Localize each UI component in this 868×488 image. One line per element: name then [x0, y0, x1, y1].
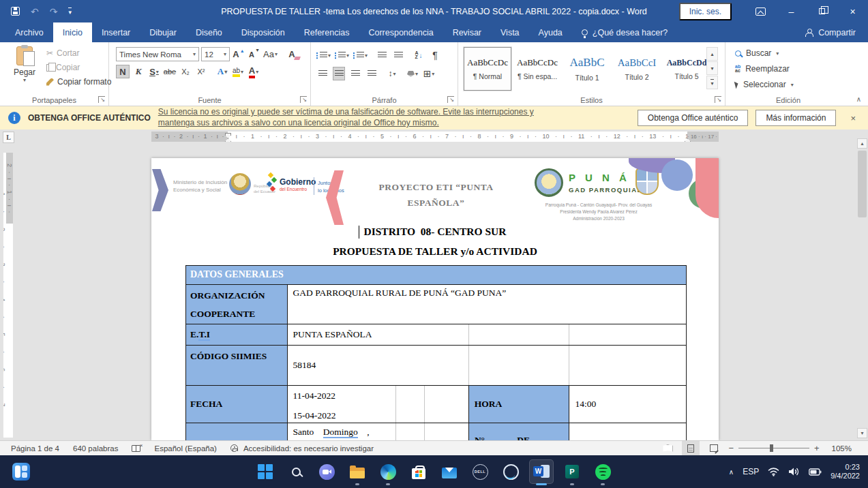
empty-cell[interactable]	[424, 423, 468, 440]
empty-cell[interactable]	[468, 346, 569, 385]
codigo-label-cell[interactable]: CÓDIGO SIIMIES	[186, 346, 287, 385]
paste-dropdown-icon[interactable]: ▾	[7, 77, 42, 83]
partial-label-cell[interactable]: N° DE	[468, 423, 569, 440]
change-case-button[interactable]: Aa▾	[263, 48, 278, 61]
tab-archivo[interactable]: Archivo	[5, 22, 53, 42]
shrink-font-button[interactable]: A▲	[248, 48, 261, 61]
underline-button[interactable]: S▾	[147, 65, 161, 78]
tab-referencias[interactable]: Referencias	[295, 22, 359, 42]
fecha-label-cell[interactable]: FECHA	[186, 386, 287, 423]
fecha-value-cell[interactable]: 11-04-2022 15-04-2022	[287, 386, 396, 423]
lugar-label-cell[interactable]	[186, 423, 287, 440]
clock[interactable]: 0:23 9/4/2022	[830, 463, 860, 481]
font-family-combo[interactable]: Times New Roma ▾	[116, 47, 199, 61]
style-normal[interactable]: AaBbCcDc ¶ Normal	[464, 47, 511, 91]
document-page[interactable]: Ministerio de Inclusión Económica y Soci…	[151, 158, 719, 440]
clipboard-dialog-launcher[interactable]: ↘	[98, 96, 105, 103]
org-label-cell[interactable]: ORGANIZACIÓN COOPERANTE	[186, 285, 287, 324]
copy-button[interactable]: Copiar	[46, 63, 111, 72]
tell-me-box[interactable]: ¿Qué desea hacer?	[582, 22, 668, 42]
edge-button[interactable]	[374, 457, 402, 487]
scroll-down-button[interactable]: ▾	[857, 428, 867, 438]
org-value-cell[interactable]: GAD PARROQUIAL RURAL DE PUNÁ “GAD PUNA”	[287, 285, 686, 324]
clear-formatting-button[interactable]: A	[285, 48, 299, 61]
italic-button[interactable]: K	[132, 65, 145, 78]
hora-value-cell[interactable]: 14:00	[569, 386, 686, 423]
web-layout-button[interactable]	[705, 441, 723, 455]
tab-correspondencia[interactable]: Correspondencia	[359, 22, 443, 42]
undo-icon[interactable]: ↶	[31, 7, 39, 16]
borders-button[interactable]: ⊞▾	[423, 67, 435, 80]
save-icon[interactable]	[11, 7, 20, 16]
align-center-button[interactable]	[333, 67, 345, 80]
volume-icon[interactable]	[788, 467, 800, 476]
subscript-button[interactable]: X₂	[179, 65, 192, 78]
tab-diseno[interactable]: Diseño	[186, 22, 232, 42]
tab-insertar[interactable]: Insertar	[92, 22, 140, 42]
styles-more-button[interactable]: ▾	[706, 76, 718, 89]
tab-vista[interactable]: Vista	[491, 22, 529, 42]
lugar-value-cell[interactable]: Santo Domingo ,	[287, 423, 396, 440]
grow-font-button[interactable]: A▲	[232, 48, 245, 61]
strikethrough-button[interactable]: abe	[163, 65, 177, 78]
multilevel-list-button[interactable]: ▾	[353, 48, 368, 62]
restore-button[interactable]	[807, 0, 837, 22]
style-no-spacing[interactable]: AaBbCcDc ¶ Sin espa...	[513, 47, 561, 91]
empty-cell[interactable]	[569, 346, 686, 385]
get-genuine-office-button[interactable]: Obtenga Office auténtico	[638, 110, 749, 126]
tab-disposicion[interactable]: Disposición	[232, 22, 295, 42]
tab-ayuda[interactable]: Ayuda	[529, 22, 572, 42]
publisher-button[interactable]: P	[558, 457, 586, 487]
find-button[interactable]: Buscar ▾	[735, 48, 779, 58]
alexa-button[interactable]	[497, 457, 524, 487]
tab-revisar[interactable]: Revisar	[443, 22, 491, 42]
styles-dialog-launcher[interactable]: ↘	[715, 96, 721, 103]
start-button[interactable]	[252, 457, 279, 487]
tab-dibujar[interactable]: Dibujar	[140, 22, 186, 42]
dell-app-button[interactable]: DELL	[466, 457, 494, 487]
zoom-in-button[interactable]: +	[814, 443, 820, 453]
tab-stop-selector[interactable]: L	[3, 132, 14, 143]
bold-button[interactable]: N	[116, 65, 130, 78]
document-heading-2[interactable]: PROPUESTA DE TALLER y/o ACTIVIDAD	[151, 245, 719, 258]
highlight-button[interactable]: ab▾	[231, 65, 245, 78]
justify-button[interactable]	[365, 67, 378, 80]
zoom-out-button[interactable]: −	[728, 443, 734, 453]
line-spacing-button[interactable]: ↕▾	[386, 67, 398, 80]
decrease-indent-button[interactable]	[376, 48, 388, 62]
accessibility-status[interactable]: Accesibilidad: es necesario investigar	[224, 444, 380, 453]
tab-inicio[interactable]: Inicio	[53, 22, 92, 42]
empty-cell[interactable]	[468, 324, 569, 345]
proofing-status[interactable]: ×	[125, 445, 147, 452]
numbering-button[interactable]: ▾	[335, 48, 349, 62]
tray-expand-icon[interactable]: ∧	[729, 468, 734, 476]
codigo-value-cell[interactable]: 58184	[287, 346, 468, 385]
banner-close-icon[interactable]: ×	[850, 113, 856, 123]
banner-message-link[interactable]: Su licencia no es original y puede ser v…	[158, 107, 539, 129]
share-button[interactable]: Compartir	[805, 22, 868, 42]
font-dialog-launcher[interactable]: ↘	[300, 96, 307, 103]
empty-cell[interactable]	[395, 423, 424, 440]
read-mode-button[interactable]	[659, 441, 676, 455]
empty-cell[interactable]	[569, 324, 686, 345]
minimize-button[interactable]: –	[776, 0, 807, 22]
empty-cell[interactable]	[424, 386, 468, 423]
microsoft-store-button[interactable]	[405, 457, 432, 487]
superscript-button[interactable]: X²	[194, 65, 208, 78]
collapse-ribbon-button[interactable]: ∧	[856, 95, 861, 103]
keyboard-language[interactable]: ESP	[743, 467, 759, 476]
language-indicator[interactable]: Español (España)	[147, 444, 223, 453]
word-taskbar-button[interactable]: W	[528, 457, 555, 487]
style-titulo-5[interactable]: AaBbCcDd Título 5	[663, 47, 710, 91]
customize-qat-icon[interactable]: ▾	[68, 7, 72, 16]
styles-scroll-up-button[interactable]: ▴	[706, 47, 718, 61]
section-header-cell[interactable]: DATOS GENERALES	[186, 266, 686, 284]
word-count[interactable]: 640 palabras	[66, 444, 125, 453]
document-heading-1[interactable]: DISTRITO 08- CENTRO SUR	[151, 226, 719, 238]
format-painter-button[interactable]: Copiar formato	[46, 77, 111, 87]
paragraph-dialog-launcher[interactable]: ↘	[447, 96, 454, 103]
select-button[interactable]: Seleccionar ▾	[735, 80, 794, 89]
cut-button[interactable]: ✂ Cortar	[46, 48, 111, 58]
taskbar-search-button[interactable]	[282, 457, 310, 487]
spotify-button[interactable]	[589, 457, 616, 487]
